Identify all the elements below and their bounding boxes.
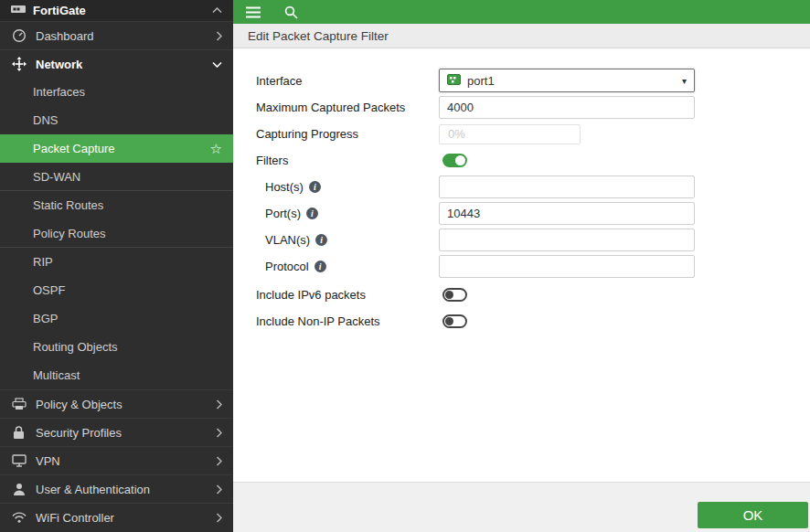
sidebar-item-label: WiFi Controller	[36, 511, 114, 525]
sidebar-item-label: OSPF	[33, 283, 65, 297]
sidebar-item-label: Static Routes	[33, 198, 103, 212]
sidebar-item-label: Network	[36, 58, 82, 71]
form-row-interface: Interface port1	[256, 69, 810, 92]
sidebar-item-label: Policy Routes	[33, 227, 105, 240]
protocol-label: Protocol	[265, 260, 309, 273]
sidebar-item-label: Interfaces	[33, 85, 85, 99]
search-icon[interactable]	[284, 5, 298, 19]
sidebar-item-wifi-controller[interactable]: WiFi Controller	[0, 503, 233, 531]
filters-label: Filters	[256, 154, 439, 167]
nonip-label: Include Non-IP Packets	[256, 314, 439, 328]
wifi-icon	[11, 512, 27, 523]
max-packets-input[interactable]	[439, 96, 695, 119]
protocol-input[interactable]	[439, 255, 695, 278]
nonip-toggle[interactable]	[442, 314, 467, 328]
sidebar-item-label: RIP	[33, 255, 53, 269]
sidebar-item-routing-objects[interactable]: Routing Objects	[0, 333, 233, 361]
sidebar-item-static-routes[interactable]: Static Routes	[0, 191, 233, 219]
sidebar-item-label: BGP	[33, 312, 58, 325]
top-navbar	[233, 0, 810, 24]
logo-label: FortiGate	[33, 4, 86, 17]
form-row-filters: Filters	[256, 149, 810, 172]
monitor-icon	[11, 454, 27, 467]
form-row-ports: Port(s)	[256, 202, 810, 225]
form-row-protocol: Protocol	[256, 255, 810, 278]
hosts-input[interactable]	[439, 176, 695, 198]
sidebar-item-policy-routes[interactable]: Policy Routes	[0, 219, 233, 248]
form-row-max-packets: Maximum Captured Packets	[256, 96, 810, 119]
sidebar-item-vpn[interactable]: VPN	[0, 446, 233, 474]
vlans-input[interactable]	[439, 229, 695, 251]
chevron-right-icon	[216, 399, 222, 410]
sidebar-item-dashboard[interactable]: Dashboard	[0, 21, 233, 49]
ports-input[interactable]	[439, 202, 695, 225]
sidebar-item-label: SD-WAN	[33, 170, 80, 184]
policy-objects-icon	[11, 398, 27, 410]
chevron-right-icon	[216, 428, 222, 438]
favorite-star-icon[interactable]	[210, 142, 222, 155]
chevron-up-icon[interactable]	[212, 7, 222, 14]
fortigate-logo-icon	[11, 4, 26, 17]
sidebar-item-multicast[interactable]: Multicast	[0, 361, 233, 389]
interface-selected-value: port1	[467, 74, 495, 88]
sidebar-item-bgp[interactable]: BGP	[0, 304, 233, 333]
interface-select[interactable]: port1	[439, 69, 695, 92]
sidebar-item-label: Routing Objects	[33, 340, 118, 354]
info-icon[interactable]	[315, 234, 327, 246]
capture-progress-bar: 0%	[439, 124, 581, 144]
vlans-label: VLAN(s)	[265, 233, 310, 247]
sidebar-item-dns[interactable]: DNS	[0, 106, 233, 134]
interface-label: Interface	[256, 74, 439, 88]
form-row-hosts: Host(s)	[256, 176, 810, 198]
ipv6-toggle[interactable]	[442, 288, 467, 302]
network-icon	[11, 57, 27, 71]
form-row-nonip: Include Non-IP Packets	[256, 310, 810, 333]
sidebar-item-packet-capture[interactable]: Packet Capture	[0, 134, 233, 163]
footer-bar: OK	[233, 482, 810, 532]
hosts-label: Host(s)	[265, 180, 304, 194]
sidebar-item-label: Policy & Objects	[36, 398, 123, 411]
sidebar-item-label: VPN	[36, 454, 60, 468]
sidebar-item-label: DNS	[33, 113, 58, 127]
filters-toggle[interactable]	[442, 154, 467, 167]
chevron-right-icon	[216, 31, 222, 41]
ok-button[interactable]: OK	[698, 502, 808, 528]
sidebar-item-network[interactable]: Network	[0, 49, 233, 78]
network-submenu: Interfaces DNS Packet Capture SD-WAN Sta…	[0, 78, 233, 389]
page-title: Edit Packet Capture Filter	[248, 29, 389, 43]
sidebar-item-label: Multicast	[33, 368, 80, 382]
sidebar-item-interfaces[interactable]: Interfaces	[0, 78, 233, 106]
fortigate-logo[interactable]: FortiGate	[0, 0, 233, 21]
chevron-down-icon	[212, 61, 222, 68]
menu-icon[interactable]	[246, 6, 261, 18]
sidebar-item-label: Dashboard	[36, 29, 94, 43]
progress-percent: 0%	[448, 127, 465, 141]
packet-capture-form: Interface port1 Maximum Captured Packets…	[233, 48, 810, 482]
info-icon[interactable]	[306, 207, 318, 219]
form-row-ipv6: Include IPv6 packets	[256, 283, 810, 306]
dashboard-icon	[11, 28, 27, 43]
sidebar-item-label: Security Profiles	[36, 426, 122, 440]
sidebar-item-policy-objects[interactable]: Policy & Objects	[0, 389, 233, 418]
ports-label: Port(s)	[265, 207, 301, 220]
chevron-right-icon	[216, 456, 222, 466]
chevron-down-icon	[682, 76, 687, 86]
chevron-right-icon	[216, 513, 222, 523]
sidebar-item-label: Packet Capture	[33, 142, 115, 155]
ipv6-label: Include IPv6 packets	[256, 288, 439, 302]
info-icon[interactable]	[314, 261, 326, 272]
sidebar-item-sd-wan[interactable]: SD-WAN	[0, 163, 233, 191]
form-row-vlans: VLAN(s)	[256, 229, 810, 251]
sidebar-item-label: User & Authentication	[36, 483, 150, 496]
chevron-right-icon	[216, 484, 222, 495]
port-icon	[447, 74, 461, 88]
page-header: Edit Packet Capture Filter	[233, 24, 810, 48]
lock-icon	[11, 426, 27, 440]
info-icon[interactable]	[309, 181, 321, 193]
sidebar-item-ospf[interactable]: OSPF	[0, 276, 233, 304]
sidebar: FortiGate Dashboard Network Interfaces D…	[0, 0, 233, 532]
sidebar-item-user-authentication[interactable]: User & Authentication	[0, 474, 233, 503]
sidebar-item-security-profiles[interactable]: Security Profiles	[0, 418, 233, 446]
user-icon	[11, 483, 27, 496]
sidebar-item-rip[interactable]: RIP	[0, 248, 233, 276]
